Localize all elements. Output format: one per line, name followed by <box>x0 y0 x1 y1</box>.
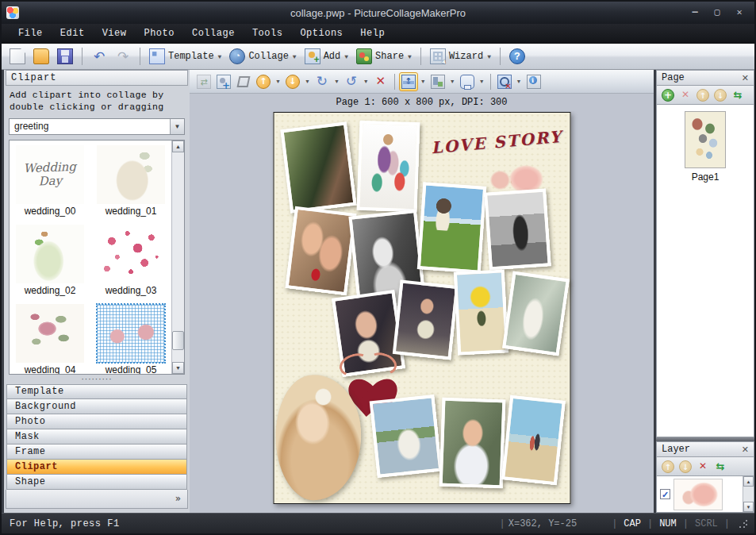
save-button[interactable] <box>54 47 76 66</box>
redo-button[interactable]: ↷ <box>112 47 134 66</box>
clipart-thumbnail[interactable] <box>16 225 84 283</box>
chevron-down-icon[interactable]: ▼ <box>419 79 428 84</box>
clipart-item-wedding_03[interactable]: wedding_03 <box>92 221 170 301</box>
move-page-up-icon[interactable] <box>697 89 709 102</box>
sidebar-tab-shape[interactable]: Shape <box>6 475 187 490</box>
page-info-button[interactable] <box>524 72 543 91</box>
open-button[interactable] <box>30 47 52 66</box>
clipart-category-dropdown[interactable]: greeting ▼ <box>9 118 185 135</box>
layer-thumbnail[interactable] <box>673 479 723 510</box>
delete-layer-icon[interactable] <box>697 460 709 473</box>
menu-tools[interactable]: Tools <box>244 25 292 41</box>
photo-bride-bouquet[interactable] <box>392 279 458 360</box>
photo-kissing-couple[interactable] <box>280 121 356 213</box>
page-thumbnail[interactable] <box>685 111 726 168</box>
close-button[interactable]: ✕ <box>732 6 746 19</box>
clipart-scrollbar[interactable]: ▲ ▼ <box>171 140 184 374</box>
chevron-down-icon[interactable]: ▼ <box>293 53 297 60</box>
photo-bride-groom-field[interactable] <box>416 182 485 273</box>
move-layer-down-icon[interactable] <box>679 460 692 473</box>
chevron-down-icon[interactable]: ▼ <box>487 53 491 60</box>
close-icon[interactable]: ✕ <box>742 73 749 83</box>
clipart-swirl-ornament[interactable] <box>336 349 401 376</box>
clipart-thumbnail[interactable] <box>97 304 165 363</box>
preview-button[interactable] <box>495 72 514 91</box>
add-photo-button[interactable] <box>214 72 233 91</box>
move-page-down-icon[interactable] <box>714 89 727 102</box>
menu-collage[interactable]: Collage <box>183 25 244 41</box>
clipart-item-wedding_00[interactable]: Wedding Daywedding_00 <box>11 142 89 221</box>
sidebar-tab-frame[interactable]: Frame <box>6 445 187 460</box>
sidebar-tab-clipart[interactable]: Clipart <box>6 460 187 475</box>
rotate-cw-button[interactable] <box>313 72 332 91</box>
chevron-down-icon[interactable]: ▼ <box>515 79 524 84</box>
refresh-pages-icon[interactable] <box>731 89 744 102</box>
clipart-thumbnail[interactable] <box>97 145 165 204</box>
layer-visibility-checkbox[interactable] <box>660 489 670 499</box>
delete-object-button[interactable] <box>371 72 390 91</box>
menu-photo[interactable]: Photo <box>135 25 183 41</box>
refresh-layers-icon[interactable] <box>714 460 727 473</box>
close-icon[interactable]: ✕ <box>742 445 749 455</box>
maximize-button[interactable]: ▢ <box>710 6 724 19</box>
menu-options[interactable]: Options <box>291 25 351 41</box>
sidebar-tab-photo[interactable]: Photo <box>6 414 187 429</box>
chevron-down-icon[interactable]: ▼ <box>408 53 412 60</box>
chevron-down-icon[interactable]: ▼ <box>218 53 222 60</box>
panel-splitter[interactable]: ········· <box>6 375 188 384</box>
clipart-thumbnail[interactable]: Wedding Day <box>16 145 84 204</box>
photo-smiling-veil-bride[interactable] <box>439 398 505 489</box>
scrollbar-thumb[interactable] <box>172 331 184 350</box>
scroll-up-icon[interactable]: ▲ <box>743 476 754 487</box>
scroll-down-icon[interactable]: ▼ <box>743 502 754 512</box>
resize-button[interactable] <box>458 72 477 91</box>
replace-photo-button[interactable] <box>194 72 213 91</box>
chevron-down-icon[interactable]: ▼ <box>344 53 348 60</box>
menu-file[interactable]: File <box>10 25 52 41</box>
sidebar-tab-template[interactable]: Template <box>6 384 187 399</box>
resize-grip-icon[interactable] <box>738 518 748 529</box>
template-button[interactable]: Template ▼ <box>146 47 224 66</box>
chevron-down-icon[interactable]: ▼ <box>274 79 282 84</box>
clipart-item-wedding_01[interactable]: wedding_01 <box>92 142 170 221</box>
send-backward-button[interactable] <box>283 72 302 91</box>
wizard-button[interactable]: Wizard ▼ <box>427 47 494 66</box>
scroll-up-icon[interactable]: ▲ <box>172 140 184 152</box>
chevron-down-icon[interactable]: ▼ <box>478 79 486 84</box>
tabs-overflow-button[interactable]: » <box>6 490 188 509</box>
clipart-item-wedding_02[interactable]: wedding_02 <box>11 221 89 301</box>
bring-forward-button[interactable] <box>254 72 273 91</box>
chevron-down-icon[interactable]: ▼ <box>448 79 457 84</box>
crop-button[interactable] <box>234 72 253 91</box>
minimize-button[interactable]: – <box>688 6 702 19</box>
clipart-item-wedding_04[interactable]: wedding_04 <box>11 301 89 375</box>
undo-button[interactable]: ↶ <box>88 47 110 66</box>
rotate-ccw-button[interactable] <box>342 72 361 91</box>
align-center-button[interactable] <box>399 72 418 91</box>
collage-page[interactable]: LOVE STORY <box>273 112 570 504</box>
layer-scrollbar[interactable]: ▲ ▼ <box>743 476 754 512</box>
chevron-down-icon[interactable]: ▼ <box>332 79 341 84</box>
menu-view[interactable]: View <box>94 25 136 41</box>
sidebar-tab-background[interactable]: Background <box>6 399 187 414</box>
chevron-down-icon[interactable]: ▼ <box>303 79 312 84</box>
scroll-down-icon[interactable]: ▼ <box>172 362 184 374</box>
photo-beach-bride[interactable] <box>502 271 570 356</box>
clipart-thumbnail[interactable] <box>16 304 84 363</box>
new-button[interactable] <box>6 47 29 66</box>
photo-couple-closeup[interactable] <box>285 206 356 296</box>
menu-edit[interactable]: Edit <box>52 25 94 41</box>
chevron-down-icon[interactable]: ▼ <box>170 119 184 134</box>
title-love-story[interactable]: LOVE STORY <box>430 129 547 161</box>
add-page-icon[interactable] <box>662 89 674 102</box>
sidebar-tab-mask[interactable]: Mask <box>6 429 187 445</box>
menu-help[interactable]: Help <box>351 25 393 41</box>
chevron-down-icon[interactable]: ▼ <box>362 79 370 84</box>
delete-page-icon[interactable] <box>679 89 692 102</box>
clipart-thumbnail[interactable] <box>97 225 165 283</box>
clipart-item-wedding_05[interactable]: wedding_05 <box>92 301 170 375</box>
collage-button[interactable]: Collage ▼ <box>226 47 299 66</box>
add-button[interactable]: Add ▼ <box>301 47 351 66</box>
photo-beach-walk-couple[interactable] <box>501 395 566 486</box>
move-layer-up-icon[interactable] <box>662 460 674 473</box>
